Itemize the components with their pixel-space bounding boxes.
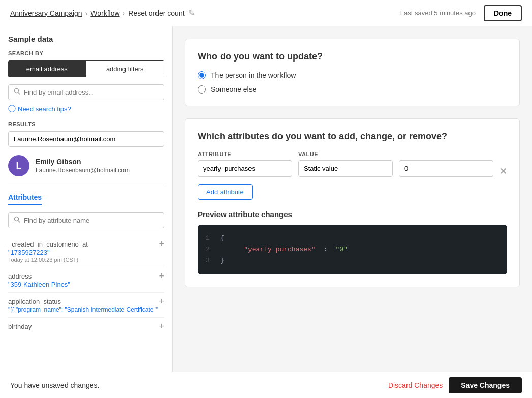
search-tips-label: Need search tips? [18,105,71,113]
line-num-2: 2 [206,244,212,255]
attribute-editor-card: Which attributes do you want to add, cha… [185,118,520,287]
attr-search-input[interactable] [24,217,159,224]
line-num-3: 3 [206,255,212,266]
breadcrumb-campaign[interactable]: Anniversary Campaign [10,9,82,17]
main-content: Who do you want to update? The person in… [173,26,532,372]
breadcrumb-workflow[interactable]: Workflow [90,9,119,17]
value-col-label: VALUE [298,151,393,157]
attr-editor-row: ATTRIBUTE VALUE Static value ✕ [198,151,507,177]
attr-name: _created_in_customerio_at [8,240,88,248]
add-attribute-button[interactable]: Add attribute [198,184,253,200]
result-select[interactable]: Laurine.Rosenbaum@hotmail.com [8,131,164,147]
code-line-3: 3 } [206,255,499,266]
save-changes-button[interactable]: Save Changes [449,377,522,393]
delete-column: ✕ [499,166,507,177]
avatar: L [8,155,29,176]
value-type-select[interactable]: Static value [298,160,393,177]
radio-group: The person in the workflow Someone else [198,71,507,94]
attr-search-icon [14,216,21,225]
attr-row: application_status + [8,297,164,306]
radio-someone-else[interactable]: Someone else [198,85,507,94]
attr-value[interactable]: "359 Kathleen Pines" [8,281,164,288]
attr-row: birthday + [8,322,164,331]
code-key: "yearly_purchases" [244,244,315,255]
code-close-brace: } [220,255,224,266]
list-item: address + "359 Kathleen Pines" [8,267,164,293]
code-open-brace: { [220,233,224,244]
email-search-wrap [8,84,164,100]
attribute-col-label: ATTRIBUTE [198,151,292,157]
list-item: _created_in_customerio_at + "1735927223"… [8,235,164,267]
value-type-column: VALUE Static value [298,151,393,177]
attr-card-title: Which attributes do you want to add, cha… [198,131,507,142]
sidebar: Sample data SEARCH BY email address addi… [0,26,173,372]
who-card-title: Who do you want to update? [198,51,507,62]
attr-name: address [8,272,32,280]
add-attribute-icon[interactable]: + [159,322,164,331]
breadcrumb-sep1: › [85,9,88,17]
saved-status: Last saved 5 minutes ago [400,9,476,17]
svg-line-3 [18,221,20,223]
preview-title: Preview attribute changes [198,210,507,219]
attribute-name-input[interactable] [198,160,292,177]
bottom-bar: You have unsaved changes. Discard Change… [0,372,532,398]
attr-row: address + [8,271,164,281]
email-search-input[interactable] [24,88,159,96]
breadcrumb-sep2: › [123,9,126,17]
user-name: Emily Gibson [36,158,130,166]
radio-person-in-workflow[interactable]: The person in the workflow [198,71,507,79]
attr-row: _created_in_customerio_at + [8,239,164,249]
code-line-1: 1 { [206,233,499,244]
value-amount-column [399,151,493,177]
attr-value[interactable]: "1735927223" [8,249,164,256]
help-icon: ⓘ [8,104,16,114]
attr-name: birthday [8,323,32,330]
search-icon [14,88,21,97]
add-attribute-icon[interactable]: + [159,297,164,306]
attributes-tab[interactable]: Attributes [8,193,42,205]
value-amount-input[interactable] [399,160,493,177]
search-tips-link[interactable]: ⓘ Need search tips? [8,104,164,114]
radio-input-else[interactable] [198,85,206,94]
attr-name: application_status [8,298,61,305]
edit-icon[interactable]: ✎ [188,8,195,18]
toggle-email-button[interactable]: email address [8,60,86,77]
attr-meta: Today at 12:00:23 pm (CST) [8,257,164,263]
done-button[interactable]: Done [484,5,522,21]
radio-input-person[interactable] [198,71,206,79]
svg-point-2 [15,217,19,221]
toggle-filters-button[interactable]: adding filters [86,60,165,77]
svg-point-0 [15,89,19,93]
delete-attribute-icon[interactable]: ✕ [499,166,507,176]
line-num-1: 1 [206,233,212,244]
toggle-group: email address adding filters [8,60,164,77]
unsaved-changes-text: You have unsaved changes. [10,381,99,389]
code-indent [220,244,236,255]
search-by-label: SEARCH BY [8,50,164,56]
top-bar: Anniversary Campaign › Workflow › Reset … [0,0,532,26]
main-layout: Sample data SEARCH BY email address addi… [0,26,532,372]
value-amount-label [399,151,493,157]
add-attribute-icon[interactable]: + [159,271,164,281]
attr-value[interactable]: "[{ "program_name": "Spanish Intermediat… [8,306,164,313]
add-attribute-icon[interactable]: + [159,239,164,249]
svg-line-1 [18,93,20,95]
user-email: Laurine.Rosenbaum@hotmail.com [36,167,130,174]
results-label: RESULTS [8,121,164,127]
code-line-2: 2 "yearly_purchases": "0" [206,244,499,255]
user-info: Emily Gibson Laurine.Rosenbaum@hotmail.c… [36,158,130,174]
who-card: Who do you want to update? The person in… [185,39,520,106]
attr-search-wrap [8,212,164,228]
code-value: "0" [335,244,347,255]
radio-label-person: The person in the workflow [211,71,296,79]
radio-label-else: Someone else [211,85,257,94]
user-card: L Emily Gibson Laurine.Rosenbaum@hotmail… [8,155,164,185]
code-preview: 1 { 2 "yearly_purchases": "0" 3 } [198,225,507,274]
bottom-actions: Discard Changes Save Changes [388,377,522,393]
discard-changes-button[interactable]: Discard Changes [388,381,443,389]
top-bar-right: Last saved 5 minutes ago Done [400,5,522,21]
list-item: application_status + "[{ "program_name":… [8,293,164,318]
sidebar-title: Sample data [8,35,164,43]
breadcrumb-current: Reset order count [128,9,184,17]
breadcrumb: Anniversary Campaign › Workflow › Reset … [10,8,195,18]
